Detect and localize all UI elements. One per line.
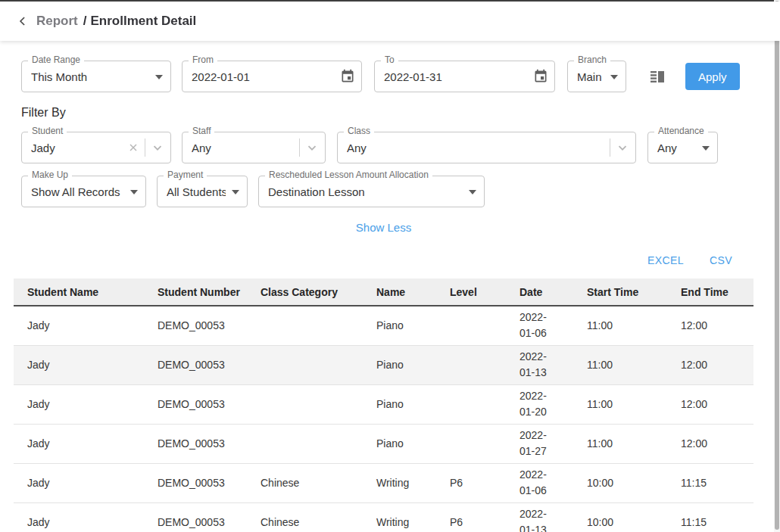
to-date-field[interactable]: To 2022-01-31 [374, 61, 555, 92]
dropdown-arrow-icon [702, 146, 710, 151]
apply-button[interactable]: Apply [685, 63, 740, 90]
table-cell: Jady [14, 384, 151, 424]
field-divider [145, 138, 145, 157]
table-cell: Jady [14, 463, 151, 502]
chevron-down-icon[interactable] [151, 141, 164, 154]
table-cell: Jady [14, 306, 151, 345]
columns-view-icon[interactable] [649, 67, 667, 86]
table-cell: 11:00 [581, 306, 675, 345]
to-date-value: 2022-01-31 [384, 70, 533, 83]
table-row: JadyDEMO_00053Piano2022-01-2711:0012:00 [14, 424, 753, 463]
student-label: Student [28, 126, 67, 137]
clear-x-icon[interactable] [127, 142, 139, 154]
date-cell-text: 2022-01-06 [519, 467, 554, 499]
back-button[interactable] [14, 12, 32, 30]
table-cell: 2022-01-13 [513, 502, 581, 532]
make-up-field[interactable]: Make Up Show All Records [21, 176, 146, 207]
table-cell: DEMO_00053 [151, 424, 254, 463]
field-divider [610, 138, 610, 157]
attendance-value: Any [657, 142, 696, 154]
table-cell: DEMO_00053 [151, 502, 254, 532]
class-label: Class [344, 126, 374, 137]
branch-field[interactable]: Branch Main [567, 61, 626, 92]
class-field[interactable]: Class Any [337, 132, 636, 163]
student-field[interactable]: Student Jady [21, 132, 171, 163]
table-cell [254, 384, 370, 424]
date-cell-text: 2022-01-13 [519, 506, 554, 532]
dropdown-arrow-icon [130, 190, 138, 194]
table-cell: 11:00 [581, 424, 675, 463]
table-header-cell: Date [513, 278, 581, 306]
table-cell: 2022-01-06 [513, 463, 581, 502]
payment-value: All Students [167, 185, 226, 198]
date-cell-text: 2022-01-27 [519, 428, 554, 459]
table-cell: DEMO_00053 [151, 463, 254, 502]
table-cell: 11:15 [675, 502, 753, 532]
date-range-field[interactable]: Date Range This Month [21, 61, 171, 92]
attendance-field[interactable]: Attendance Any [647, 132, 718, 163]
calendar-icon[interactable] [533, 69, 548, 84]
table-cell: Piano [370, 345, 444, 384]
enrollment-table: Student NameStudent NumberClass Category… [14, 278, 753, 532]
rescheduled-allocation-label: Rescheduled Lesson Amount Allocation [265, 170, 432, 181]
table-cell [254, 424, 370, 463]
from-date-field[interactable]: From 2022-01-01 [182, 61, 362, 92]
table-cell: P6 [444, 463, 513, 502]
table-header-cell: End Time [675, 278, 753, 306]
dropdown-arrow-icon [155, 75, 163, 79]
chevron-down-icon[interactable] [305, 141, 319, 154]
rescheduled-allocation-field[interactable]: Rescheduled Lesson Amount Allocation Des… [258, 176, 485, 207]
table-header-cell: Start Time [581, 278, 675, 306]
date-range-label: Date Range [28, 55, 84, 66]
scrollbar-thumb[interactable] [775, 1, 779, 530]
payment-field[interactable]: Payment All Students [157, 176, 248, 207]
breadcrumb[interactable]: Report [36, 14, 78, 29]
chevron-down-icon[interactable] [616, 141, 629, 154]
branch-label: Branch [574, 55, 610, 66]
table-cell: DEMO_00053 [151, 345, 254, 384]
show-less-link[interactable]: Show Less [356, 221, 411, 234]
page-title: Enrollment Detail [91, 14, 197, 29]
filter-by-heading: Filter By [21, 106, 746, 120]
staff-value: Any [192, 142, 294, 154]
table-row: JadyDEMO_00053Piano2022-01-0611:0012:00 [14, 306, 753, 345]
table-cell: 12:00 [675, 306, 753, 345]
table-header-cell: Level [444, 278, 513, 306]
class-value: Any [347, 142, 604, 154]
table-cell: Jady [14, 424, 151, 463]
table-cell: 2022-01-06 [513, 306, 581, 345]
table-cell: Jady [14, 502, 151, 532]
table-row: JadyDEMO_00053Piano2022-01-2011:0012:00 [14, 384, 753, 424]
table-cell [254, 345, 370, 384]
chevron-left-icon [15, 14, 30, 29]
table-cell: DEMO_00053 [151, 384, 254, 424]
vertical-scrollbar[interactable] [774, 0, 780, 532]
table-header-cell: Name [370, 278, 444, 306]
table-cell: Piano [370, 306, 444, 345]
breadcrumb-separator: / [83, 14, 87, 29]
export-links: EXCEL CSV [14, 239, 753, 278]
staff-field[interactable]: Staff Any [182, 132, 326, 163]
table-cell [444, 424, 513, 463]
table-row: JadyDEMO_00053Piano2022-01-1311:0012:00 [14, 345, 753, 384]
table-cell [254, 306, 370, 345]
table-cell: 12:00 [675, 424, 753, 463]
dropdown-arrow-icon [610, 75, 618, 79]
calendar-icon[interactable] [340, 69, 355, 84]
date-cell-text: 2022-01-20 [519, 388, 554, 420]
table-cell: 12:00 [675, 384, 753, 424]
staff-label: Staff [189, 126, 214, 137]
table-header-cell: Student Name [14, 278, 151, 306]
filter-row-3: Make Up Show All Records Payment All Stu… [21, 176, 746, 207]
table-header-row: Student NameStudent NumberClass Category… [14, 278, 753, 306]
from-date-value: 2022-01-01 [192, 70, 340, 83]
csv-export-link[interactable]: CSV [710, 254, 732, 266]
table-cell [444, 345, 513, 384]
page-header: Report / Enrollment Detail [0, 2, 780, 41]
table-cell: Writing [370, 463, 444, 502]
excel-export-link[interactable]: EXCEL [647, 254, 684, 266]
table-cell: P6 [444, 502, 513, 532]
rescheduled-allocation-value: Destination Lesson [268, 185, 463, 198]
from-date-label: From [189, 55, 217, 66]
branch-value: Main [577, 70, 604, 83]
